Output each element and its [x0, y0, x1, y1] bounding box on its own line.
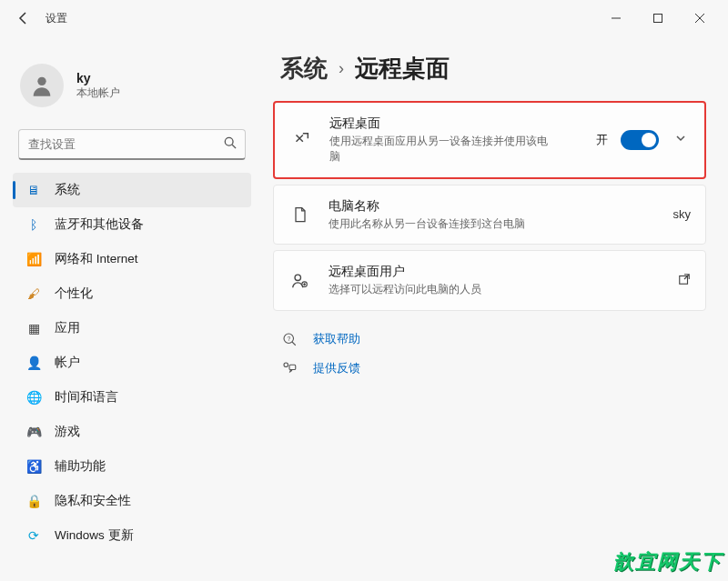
sidebar-item-4[interactable]: ▦应用	[13, 311, 251, 346]
minimize-button[interactable]	[595, 4, 637, 33]
back-button[interactable]	[7, 2, 40, 35]
card-desc: 使用此名称从另一台设备连接到这台电脑	[329, 216, 657, 232]
search-icon	[224, 136, 237, 152]
nav-icon: 🖌	[25, 286, 42, 301]
breadcrumb: 系统 › 远程桌面	[280, 53, 706, 85]
nav-icon: 🎮	[25, 425, 42, 439]
user-subtitle: 本地帐户	[76, 85, 120, 101]
window-title: 设置	[46, 11, 67, 26]
open-external-icon[interactable]	[678, 273, 691, 288]
nav-label: 辅助功能	[55, 458, 106, 475]
card-remote-desktop[interactable]: 远程桌面 使用远程桌面应用从另一设备连接并使用该电脑 开	[273, 101, 706, 179]
svg-point-5	[295, 275, 300, 280]
breadcrumb-root[interactable]: 系统	[280, 53, 328, 85]
nav-icon: 🌐	[25, 390, 42, 405]
main-content: 系统 › 远程桌面 远程桌面 使用远程桌面应用从另一设备连接并使用该电脑 开	[264, 36, 728, 581]
card-title: 电脑名称	[329, 198, 657, 215]
sidebar-item-10[interactable]: ⟳Windows 更新	[13, 518, 251, 553]
nav-label: 帐户	[55, 355, 80, 371]
nav-label: 时间和语言	[55, 389, 118, 406]
link-label: 提供反馈	[313, 360, 360, 376]
nav-icon: ⟳	[25, 528, 42, 543]
nav-icon: 👤	[25, 356, 42, 370]
nav-icon: 🔒	[25, 494, 42, 508]
sidebar-item-3[interactable]: 🖌个性化	[13, 276, 251, 311]
sidebar-item-6[interactable]: 🌐时间和语言	[13, 380, 251, 415]
sidebar-item-7[interactable]: 🎮游戏	[13, 415, 251, 449]
maximize-button[interactable]	[637, 4, 679, 33]
help-icon: ?	[280, 331, 298, 347]
svg-rect-1	[654, 15, 662, 23]
card-desc: 选择可以远程访问此电脑的人员	[329, 282, 662, 297]
nav-icon: ▦	[25, 321, 42, 336]
link-get-help[interactable]: ? 获取帮助	[280, 331, 706, 347]
nav-icon: 🖥	[25, 183, 42, 197]
sidebar-item-5[interactable]: 👤帐户	[13, 346, 251, 380]
link-give-feedback[interactable]: 提供反馈	[280, 360, 706, 376]
card-title: 远程桌面	[329, 115, 580, 132]
close-button[interactable]	[679, 4, 721, 33]
nav-label: 个性化	[55, 285, 93, 302]
link-label: 获取帮助	[313, 331, 360, 347]
chevron-right-icon: ›	[339, 59, 344, 78]
nav-list: 🖥系统ᛒ蓝牙和其他设备📶网络和 Internet🖌个性化▦应用👤帐户🌐时间和语言…	[7, 173, 257, 553]
svg-line-4	[232, 145, 236, 148]
nav-icon: ᛒ	[25, 217, 42, 232]
svg-point-3	[225, 137, 233, 145]
pc-name-value: sky	[673, 207, 692, 221]
titlebar: 设置	[0, 0, 728, 36]
nav-label: 游戏	[55, 424, 80, 440]
svg-text:?: ?	[287, 336, 290, 342]
chevron-down-icon[interactable]	[672, 129, 690, 150]
user-block[interactable]: ky 本地帐户	[7, 53, 257, 125]
avatar	[20, 64, 64, 107]
card-remote-users[interactable]: 远程桌面用户 选择可以远程访问此电脑的人员	[273, 250, 706, 311]
sidebar-item-9[interactable]: 🔒隐私和安全性	[13, 484, 251, 518]
nav-icon: 📶	[25, 252, 42, 266]
sidebar-item-2[interactable]: 📶网络和 Internet	[13, 242, 251, 276]
remote-desktop-toggle[interactable]	[621, 130, 659, 150]
card-title: 远程桌面用户	[329, 264, 662, 280]
sidebar-item-0[interactable]: 🖥系统	[13, 173, 251, 207]
sidebar: ky 本地帐户 🖥系统ᛒ蓝牙和其他设备📶网络和 Internet🖌个性化▦应用👤…	[0, 36, 264, 581]
feedback-icon	[280, 360, 298, 376]
search-input[interactable]	[18, 129, 246, 160]
nav-label: 应用	[55, 320, 80, 336]
breadcrumb-leaf: 远程桌面	[355, 53, 450, 85]
svg-rect-11	[289, 365, 296, 369]
card-desc: 使用远程桌面应用从另一设备连接并使用该电脑	[329, 134, 548, 165]
remote-desktop-icon	[289, 130, 313, 150]
nav-label: 系统	[55, 182, 80, 198]
sidebar-item-8[interactable]: ♿辅助功能	[13, 449, 251, 484]
user-name: ky	[76, 71, 120, 85]
sidebar-item-1[interactable]: ᛒ蓝牙和其他设备	[13, 207, 251, 242]
svg-point-2	[37, 77, 46, 85]
nav-label: 蓝牙和其他设备	[55, 216, 144, 233]
nav-label: Windows 更新	[55, 527, 134, 544]
toggle-label: 开	[596, 132, 608, 148]
document-icon	[288, 205, 312, 224]
svg-point-10	[284, 363, 288, 367]
nav-icon: ♿	[25, 459, 42, 474]
card-pc-name[interactable]: 电脑名称 使用此名称从另一台设备连接到这台电脑 sky	[273, 185, 706, 245]
users-icon	[288, 271, 312, 291]
nav-label: 网络和 Internet	[55, 251, 138, 267]
nav-label: 隐私和安全性	[55, 493, 131, 509]
